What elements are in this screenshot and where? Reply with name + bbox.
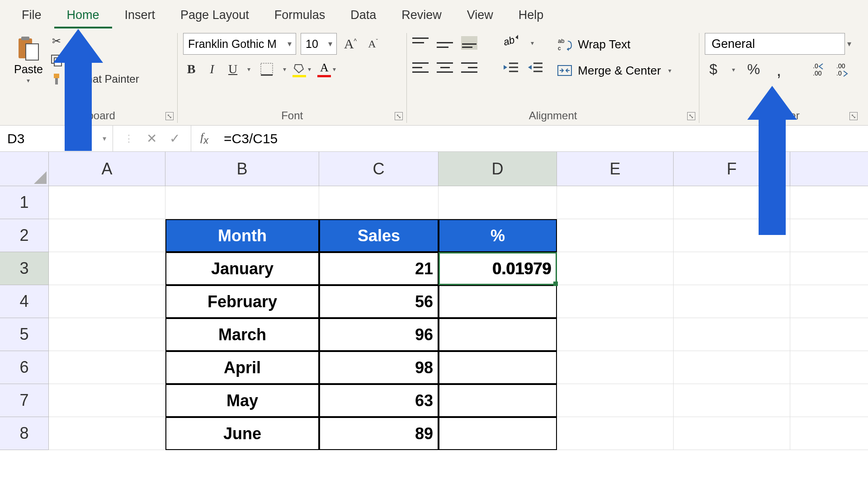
row-header-1[interactable]: 1: [0, 186, 49, 219]
increase-font-icon[interactable]: A^: [341, 36, 359, 52]
cell-C8[interactable]: 89: [319, 417, 439, 450]
row-header-2[interactable]: 2: [0, 219, 49, 252]
cell-F5[interactable]: [674, 318, 790, 351]
fontcolor-dropdown-icon[interactable]: ▾: [331, 66, 338, 73]
row-header-3[interactable]: 3: [0, 252, 49, 285]
cell-C2[interactable]: Sales: [319, 219, 439, 252]
row-header-5[interactable]: 5: [0, 318, 49, 351]
column-header-G[interactable]: G: [790, 152, 868, 186]
italic-button[interactable]: I: [204, 61, 220, 77]
font-name-select[interactable]: Franklin Gothic M: [183, 33, 296, 55]
cell-A3[interactable]: [49, 252, 165, 285]
borders-dropdown-icon[interactable]: ▾: [281, 66, 288, 73]
align-middle-icon[interactable]: [437, 36, 453, 50]
column-header-C[interactable]: C: [319, 152, 439, 186]
cell-G7[interactable]: [790, 384, 868, 417]
orientation-dropdown-icon[interactable]: ▾: [529, 39, 536, 47]
column-header-F[interactable]: F: [674, 152, 790, 186]
cell-B4[interactable]: February: [165, 285, 319, 318]
align-right-icon[interactable]: [461, 61, 477, 74]
cell-D6[interactable]: [439, 351, 557, 384]
orientation-icon[interactable]: ab: [503, 33, 521, 52]
comma-format-button[interactable]: ,: [770, 65, 788, 74]
name-box[interactable]: D3: [0, 126, 113, 152]
cancel-formula-icon[interactable]: ✕: [146, 131, 157, 146]
cell-F2[interactable]: [674, 219, 790, 252]
tab-formulas[interactable]: Formulas: [262, 4, 338, 28]
increase-decimal-button[interactable]: .0.00: [813, 62, 828, 77]
cell-B8[interactable]: June: [165, 417, 319, 450]
tab-view[interactable]: View: [454, 4, 506, 28]
column-header-E[interactable]: E: [557, 152, 674, 186]
cell-E4[interactable]: [557, 285, 674, 318]
tab-data[interactable]: Data: [338, 4, 389, 28]
align-center-icon[interactable]: [437, 61, 453, 74]
cell-D5[interactable]: [439, 318, 557, 351]
cell-A5[interactable]: [49, 318, 165, 351]
cell-F3[interactable]: [674, 252, 790, 285]
row-header-6[interactable]: 6: [0, 351, 49, 384]
cell-F8[interactable]: [674, 417, 790, 450]
alignment-launcher[interactable]: ⤡: [687, 112, 695, 120]
cell-G6[interactable]: [790, 351, 868, 384]
fill-color-button[interactable]: ▾: [292, 63, 313, 75]
cell-B3[interactable]: January: [165, 252, 319, 285]
cell-A1[interactable]: [49, 186, 165, 219]
merge-dropdown-icon[interactable]: ▾: [666, 67, 673, 74]
cell-C4[interactable]: 56: [319, 285, 439, 318]
cell-E7[interactable]: [557, 384, 674, 417]
tab-home[interactable]: Home: [54, 4, 112, 28]
fx-icon[interactable]: fx: [191, 131, 217, 146]
underline-dropdown-icon[interactable]: ▾: [245, 66, 252, 73]
format-painter-button[interactable]: Format Painter: [50, 73, 139, 85]
paste-button[interactable]: Paste ▾: [12, 33, 45, 86]
cell-E8[interactable]: [557, 417, 674, 450]
select-all-corner[interactable]: [0, 152, 49, 186]
cell-G4[interactable]: [790, 285, 868, 318]
decrease-font-icon[interactable]: Aˇ: [364, 38, 382, 50]
column-header-D[interactable]: D: [439, 152, 557, 186]
paste-dropdown-icon[interactable]: ▾: [27, 77, 30, 84]
cell-B6[interactable]: April: [165, 351, 319, 384]
fill-dropdown-icon[interactable]: ▾: [306, 66, 313, 73]
cell-D4[interactable]: [439, 285, 557, 318]
row-header-4[interactable]: 4: [0, 285, 49, 318]
cell-C6[interactable]: 98: [319, 351, 439, 384]
decrease-indent-icon[interactable]: [503, 61, 519, 74]
cell-C1[interactable]: [319, 186, 439, 219]
align-bottom-icon[interactable]: [461, 36, 477, 50]
font-launcher[interactable]: ⤡: [395, 112, 403, 120]
accounting-dropdown-icon[interactable]: ▾: [730, 66, 737, 73]
cell-C3[interactable]: 21: [319, 252, 439, 285]
tab-insert[interactable]: Insert: [112, 4, 168, 28]
cell-B1[interactable]: [165, 186, 319, 219]
cell-C5[interactable]: 96: [319, 318, 439, 351]
cell-D1[interactable]: [439, 186, 557, 219]
cell-A4[interactable]: [49, 285, 165, 318]
align-top-icon[interactable]: [412, 36, 429, 50]
number-format-select[interactable]: General: [705, 33, 845, 55]
enter-formula-icon[interactable]: ✓: [170, 131, 180, 146]
wrap-text-button[interactable]: abc Wrap Text: [557, 37, 673, 52]
merge-center-button[interactable]: Merge & Center ▾: [557, 63, 673, 78]
font-color-button[interactable]: A ▾: [317, 63, 338, 75]
cell-D3[interactable]: 0.01979: [439, 252, 557, 285]
cell-F6[interactable]: [674, 351, 790, 384]
cell-E3[interactable]: [557, 252, 674, 285]
copy-button[interactable]: ▾: [50, 54, 139, 66]
borders-button[interactable]: [257, 61, 277, 77]
cell-E6[interactable]: [557, 351, 674, 384]
align-left-icon[interactable]: [412, 61, 429, 74]
cell-D8[interactable]: [439, 417, 557, 450]
cell-B7[interactable]: May: [165, 384, 319, 417]
cut-button[interactable]: ✂: [50, 35, 139, 47]
formula-input[interactable]: [217, 126, 868, 151]
cell-G5[interactable]: [790, 318, 868, 351]
tab-pagelayout[interactable]: Page Layout: [168, 4, 262, 28]
bold-button[interactable]: B: [183, 61, 199, 77]
percent-format-button[interactable]: %: [745, 61, 762, 78]
tab-file[interactable]: File: [9, 4, 54, 28]
cell-B2[interactable]: Month: [165, 219, 319, 252]
cell-A7[interactable]: [49, 384, 165, 417]
accounting-format-button[interactable]: $: [705, 61, 722, 78]
